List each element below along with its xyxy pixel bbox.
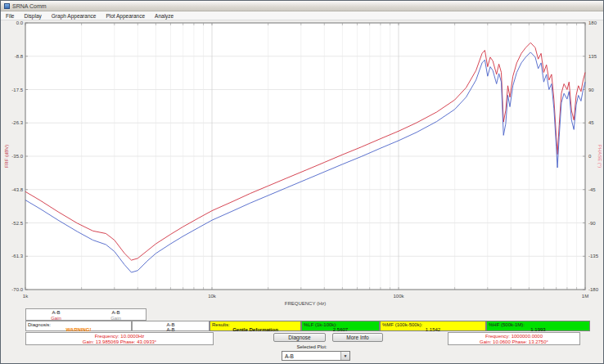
svg-text:135: 135 [588,54,597,59]
window-title: SRNA Comm [12,3,47,9]
app-icon [4,3,10,9]
selected-plot-label: Selected Plot: [246,344,377,349]
menu-file[interactable]: File [1,11,19,20]
selected-plot-dropdown[interactable]: A-B ▼ [282,351,350,361]
svg-text:90: 90 [588,88,594,92]
metric-mf: %MF (100k-500k): 1.1542 [380,321,486,331]
more-info-button[interactable]: More Info [332,333,383,342]
cursor-readout-left: Frequency: 10.0000Hz Gain: 13.985069 Pha… [25,332,214,345]
legend-entry-1: A-B Gain [26,309,86,320]
plot-reference-box: A-B A-B [132,321,210,331]
svg-text:-35.0: -35.0 [11,154,23,159]
chevron-down-icon[interactable]: ▼ [340,352,349,360]
svg-text:1M: 1M [582,294,588,299]
metric-lf-label: %LF (1k-100k): [302,321,379,327]
menu-display[interactable]: Display [19,11,46,20]
metric-mf-label: %MF (100k-500k): [381,321,485,327]
svg-text:1k: 1k [23,294,29,299]
chart-area[interactable]: 0.0180-8.8135-17.590-26.345-35.00-43.8-4… [1,20,604,306]
metric-hf: %HF (500k-1M): 1.1993 [486,321,590,331]
cursor-right-frequency: Frequency: 1000000.0000 [448,334,579,339]
svg-text:-61.3: -61.3 [11,254,23,258]
svg-text:10k: 10k [208,294,217,299]
svg-text:-90: -90 [588,221,596,226]
legend-plot-name: A-B [26,310,86,316]
diagnose-button[interactable]: Diagnose [273,333,326,342]
cursor-left-frequency: Frequency: 10.0000Hz [26,334,213,339]
selected-plot-value: A-B [282,353,340,359]
menu-graph-appearance[interactable]: Graph Appearance [47,11,101,20]
svg-text:-135: -135 [588,254,599,258]
legend-entry-2: A-B Gain [86,309,146,320]
diagnosis-label: Diagnosis: [26,321,131,327]
diagnosis-box: Diagnosis: WARNING! [25,321,132,331]
frequency-response-chart[interactable]: 0.0180-8.8135-17.590-26.345-35.00-43.8-4… [1,20,604,306]
menu-plot-appearance[interactable]: Plot Appearance [101,11,150,20]
svg-text:PHASE (°): PHASE (°) [597,145,602,168]
cursor-readout-right: Frequency: 1000000.0000 Gain: 10.0600 Ph… [448,332,580,345]
svg-text:-45: -45 [588,187,596,192]
svg-text:-17.5: -17.5 [11,88,23,92]
cursor-left-gain-phase: Gain: 13.985069 Phase: 43.0933° [26,339,213,345]
results-value: Gentle Deformation [210,327,300,332]
metric-lf: %LF (1k-100k): 2.5607 [301,321,380,331]
svg-text:100k: 100k [393,294,404,299]
metric-hf-label: %HF (500k-1M): [487,321,589,327]
results-box: Results: Gentle Deformation [210,321,301,331]
svg-text:-52.5: -52.5 [11,221,23,226]
svg-text:-70.0: -70.0 [11,287,23,292]
svg-text:-43.8: -43.8 [11,187,23,192]
svg-text:FRF (dBV): FRF (dBV) [4,145,9,169]
menu-bar: File Display Graph Appearance Plot Appea… [1,11,603,20]
metric-lf-value: 2.5607 [302,327,379,332]
svg-text:45: 45 [588,120,594,125]
svg-text:-26.3: -26.3 [11,120,23,125]
cursor-right-gain-phase: Gain: 10.0600 Phase: 13.2750° [448,339,579,345]
svg-text:0: 0 [588,154,592,159]
svg-text:-180: -180 [588,287,599,292]
title-bar[interactable]: SRNA Comm [1,1,603,11]
svg-text:0.0: 0.0 [16,20,24,25]
bottom-panel: A-B Gain A-B Gain Diagnosis: WARNING! A-… [1,306,604,364]
svg-text:-8.8: -8.8 [15,54,24,59]
app-window: SRNA Comm File Display Graph Appearance … [0,0,604,364]
plot-legend: A-B Gain A-B Gain [25,308,146,321]
svg-text:180: 180 [588,20,597,25]
menu-analyze[interactable]: Analyze [150,11,178,20]
results-label: Results: [210,321,300,327]
legend-plot-name: A-B [86,310,146,316]
